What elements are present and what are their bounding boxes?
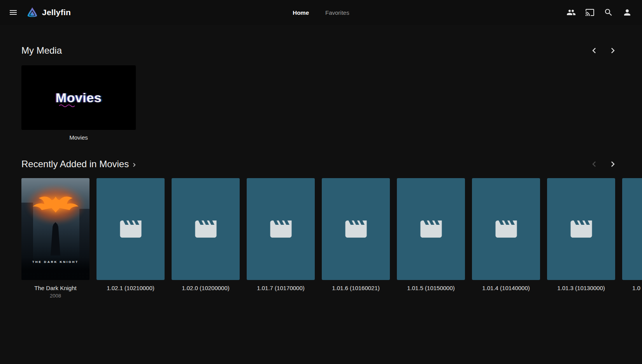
recently-added-paddles xyxy=(586,156,621,172)
card-title[interactable]: 1.02.1 (10210000) xyxy=(96,285,165,291)
chevron-right-icon xyxy=(607,159,618,170)
top-bar: Jellyfin Home Favorites xyxy=(0,0,642,25)
card-year: 2008 xyxy=(21,293,89,299)
card-title[interactable]: 1.01.3 (10130000) xyxy=(547,285,615,291)
my-media-header: My Media xyxy=(21,43,621,58)
my-media-title: My Media xyxy=(21,45,62,56)
poster-batman-figure xyxy=(46,222,66,256)
my-media-scroll-left-button[interactable] xyxy=(586,43,602,58)
movies-library-label[interactable]: Movies xyxy=(21,134,136,141)
header-actions xyxy=(563,4,636,21)
card-title[interactable]: 1.01.7 (10170000) xyxy=(247,285,315,291)
search-button[interactable] xyxy=(600,4,617,21)
card-title[interactable]: 1.01.6 (10160021) xyxy=(322,285,390,291)
movie-card: 1.02.0 (10200000) xyxy=(172,178,240,299)
tab-favorites[interactable]: Favorites xyxy=(318,5,356,20)
card-title[interactable]: 1.01.5 (10150000) xyxy=(397,285,465,291)
movie-card: 1.0 xyxy=(622,178,642,299)
recently-added-header: Recently Added in Movies xyxy=(21,156,621,172)
library-tile-movies: Movies Movies xyxy=(21,65,136,141)
my-media-scroll-right-button[interactable] xyxy=(605,43,621,58)
search-icon xyxy=(604,8,613,17)
recently-added-scroll-right-button[interactable] xyxy=(605,156,621,172)
user-menu-button[interactable] xyxy=(619,4,636,21)
movie-clapperboard-icon xyxy=(118,216,144,242)
user-icon xyxy=(623,8,632,17)
movie-placeholder-tile[interactable] xyxy=(547,178,615,280)
cast-button[interactable] xyxy=(581,4,598,21)
movie-card: 1.02.1 (10210000) xyxy=(96,178,165,299)
movie-card: THE DARK KNIGHT The Dark Knight 2008 xyxy=(21,178,89,299)
chevron-left-icon xyxy=(589,45,600,56)
tab-home[interactable]: Home xyxy=(286,5,316,20)
my-media-paddles xyxy=(586,43,621,58)
syncplay-button[interactable] xyxy=(563,4,580,21)
movie-card: 1.01.5 (10150000) xyxy=(397,178,465,299)
menu-icon xyxy=(9,8,18,17)
movie-placeholder-tile[interactable] xyxy=(472,178,540,280)
movie-clapperboard-icon xyxy=(193,216,219,242)
card-title[interactable]: 1.02.0 (10200000) xyxy=(172,285,240,291)
movie-placeholder-tile[interactable] xyxy=(172,178,240,280)
brand[interactable]: Jellyfin xyxy=(26,7,71,18)
movie-placeholder-tile[interactable] xyxy=(247,178,315,280)
card-title[interactable]: The Dark Knight xyxy=(21,285,89,291)
recently-added-section: Recently Added in Movies xyxy=(21,156,621,299)
movie-placeholder-tile[interactable] xyxy=(622,178,642,280)
chevron-right-icon xyxy=(607,45,618,56)
app-title: Jellyfin xyxy=(42,8,71,17)
cast-icon xyxy=(585,8,595,17)
movies-tile-art-text: Movies xyxy=(56,90,102,105)
my-media-section: My Media Movies Movies xyxy=(21,43,621,141)
movies-library-card[interactable]: Movies xyxy=(21,65,136,130)
movie-placeholder-tile[interactable] xyxy=(96,178,165,280)
glitch-squiggle-decoration xyxy=(59,104,77,107)
movie-placeholder-tile[interactable] xyxy=(397,178,465,280)
card-title[interactable]: 1.0 xyxy=(622,285,642,291)
movie-placeholder-tile[interactable] xyxy=(322,178,390,280)
card-title[interactable]: 1.01.4 (10140000) xyxy=(472,285,540,291)
movie-clapperboard-icon xyxy=(493,216,519,242)
movie-card: 1.01.7 (10170000) xyxy=(247,178,315,299)
chevron-left-icon xyxy=(589,159,600,170)
poster-title-text: THE DARK KNIGHT xyxy=(21,260,89,264)
recently-added-title: Recently Added in Movies xyxy=(21,159,129,170)
movie-card: 1.01.3 (10130000) xyxy=(547,178,615,299)
recently-added-cards-row: THE DARK KNIGHT The Dark Knight 2008 1.0… xyxy=(21,178,642,299)
recently-added-scroll-left-button[interactable] xyxy=(586,156,602,172)
main-nav: Home Favorites xyxy=(286,0,356,25)
movie-poster-dark-knight[interactable]: THE DARK KNIGHT xyxy=(21,178,89,280)
movie-card: 1.01.6 (10160021) xyxy=(322,178,390,299)
movie-clapperboard-icon xyxy=(268,216,294,242)
bat-symbol xyxy=(31,195,81,215)
chevron-right-icon xyxy=(130,161,138,169)
jellyfin-logo-icon xyxy=(26,7,38,18)
movie-clapperboard-icon xyxy=(343,216,369,242)
movie-card: 1.01.4 (10140000) xyxy=(472,178,540,299)
recently-added-title-link[interactable]: Recently Added in Movies xyxy=(21,159,138,170)
movie-clapperboard-icon xyxy=(418,216,444,242)
people-icon xyxy=(567,8,576,17)
menu-button[interactable] xyxy=(5,4,22,21)
home-content: My Media Movies Movies Re xyxy=(0,43,642,299)
movie-clapperboard-icon xyxy=(568,216,594,242)
